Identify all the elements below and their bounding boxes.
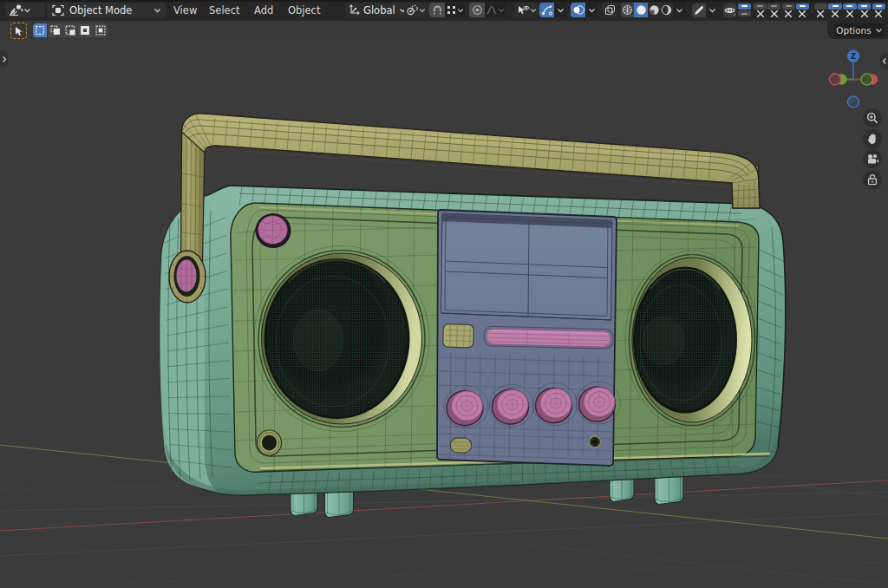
gizmo-axis-y-neg (861, 74, 872, 85)
cassette-window (441, 213, 613, 320)
show-overlays-dropdown[interactable] (585, 3, 597, 17)
panel-knob (536, 388, 573, 423)
select-mode-extend[interactable] (48, 23, 62, 37)
panel-knob (447, 390, 484, 426)
proportional-editing-icon (472, 4, 483, 16)
shading-solid-button[interactable] (634, 3, 648, 17)
blender-window: Object Mode View Select Add Object (0, 0, 888, 588)
magnet-icon (432, 4, 443, 16)
editor-type-button[interactable] (5, 3, 45, 17)
annotate-dropdown[interactable] (706, 3, 719, 17)
shading-rendered-button[interactable] (660, 3, 673, 17)
menu-add[interactable]: Add (254, 0, 273, 21)
chevron-down-icon (708, 8, 716, 13)
xray-icon (604, 4, 616, 16)
panel-button-olive (443, 324, 474, 348)
center-panel (437, 210, 621, 466)
select-cursor-icon (14, 26, 23, 36)
missing-icon-x (831, 10, 839, 18)
menu-view[interactable]: View (173, 0, 197, 21)
visibility-eye-button[interactable] (723, 3, 736, 17)
navigation-gizmo[interactable]: Z (823, 44, 884, 109)
lock-view-button[interactable] (863, 170, 882, 189)
panel-pill (450, 438, 471, 454)
material-shading-icon (649, 4, 660, 16)
snap-target-dropdown[interactable] (445, 3, 465, 17)
orientation-label: Global (363, 4, 395, 16)
chevron-down-icon (457, 8, 464, 13)
orientation-global-icon (349, 4, 360, 16)
panel-knob (493, 389, 530, 425)
select-mode-set[interactable] (33, 23, 47, 37)
shading-wireframe-button[interactable] (621, 3, 634, 17)
zoom-button[interactable] (863, 108, 882, 127)
missing-icon-x (756, 10, 765, 18)
boombox-model (160, 114, 786, 495)
missing-icon-x (846, 10, 854, 18)
wireframe-shading-icon (622, 4, 633, 16)
eye-icon (724, 5, 735, 16)
panel-knob (579, 387, 617, 422)
menu-object[interactable]: Object (288, 0, 320, 21)
front-knob-small (256, 213, 291, 248)
pivot-icon (406, 4, 419, 16)
toolbar-expand-tab[interactable] (0, 50, 8, 68)
missing-icon-x (874, 10, 883, 18)
options-button[interactable]: Options (834, 23, 885, 37)
menu-select[interactable]: Select (209, 0, 239, 21)
select-mode-subtract[interactable] (63, 23, 77, 37)
falloff-curve-icon (486, 5, 497, 15)
snap-toggle[interactable] (429, 3, 445, 17)
transform-orientation-dropdown[interactable]: Global (346, 3, 404, 17)
missing-icon-x (798, 10, 806, 18)
overlays-icon (572, 4, 584, 16)
chevron-down-icon (588, 8, 596, 13)
solid-shading-icon (636, 4, 647, 16)
front-screw (258, 430, 282, 455)
chevron-down-icon (530, 8, 537, 13)
proportional-editing-toggle[interactable] (469, 3, 485, 17)
pan-button[interactable] (863, 129, 882, 148)
select-mode-invert[interactable] (78, 23, 92, 37)
snap-increment-icon (447, 5, 456, 15)
zoom-icon (866, 112, 878, 124)
show-gizmo-toggle[interactable] (539, 3, 554, 17)
pencil-icon (694, 5, 704, 16)
selectability-visibility-dropdown[interactable] (515, 3, 539, 17)
pan-hand-icon (867, 133, 878, 145)
object-mode-icon (52, 4, 64, 16)
chevron-right-icon (2, 56, 7, 63)
scene-boombox (0, 39, 888, 588)
mode-selector[interactable]: Object Mode (47, 3, 166, 17)
chevron-down-icon (23, 8, 31, 13)
missing-icon-x (784, 10, 793, 18)
show-overlays-toggle[interactable] (571, 3, 585, 17)
chevron-down-icon (419, 8, 426, 13)
shading-dropdown[interactable] (673, 3, 686, 17)
missing-icon-x (860, 10, 869, 18)
shading-material-button[interactable] (648, 3, 660, 17)
falloff-dropdown[interactable] (485, 3, 506, 17)
show-gizmo-dropdown[interactable] (554, 3, 566, 17)
camera-view-button[interactable] (863, 149, 882, 168)
viewport-3d[interactable]: Z (0, 39, 888, 588)
tool-settings-bar (0, 21, 888, 39)
chevron-down-icon (557, 8, 565, 13)
active-tool-button[interactable] (10, 23, 27, 39)
editor-3d-viewport-icon (9, 3, 23, 16)
xray-toggle[interactable] (602, 3, 617, 17)
cursor-eye-icon (517, 4, 530, 16)
missing-icon-x (816, 10, 825, 18)
chevron-down-icon (153, 8, 161, 13)
gizmo-icon (541, 4, 552, 16)
rendered-shading-icon (661, 4, 672, 16)
select-mode-intersect[interactable] (94, 23, 108, 37)
gizmo-axis-z-neg (848, 96, 859, 108)
chevron-down-icon (875, 28, 883, 33)
mode-label: Object Mode (69, 4, 132, 16)
options-label: Options (836, 25, 872, 36)
pivot-point-dropdown[interactable] (404, 3, 429, 17)
svg-text:Z: Z (851, 52, 857, 61)
missing-icon-x (770, 10, 779, 18)
annotate-pencil-button[interactable] (692, 3, 706, 17)
